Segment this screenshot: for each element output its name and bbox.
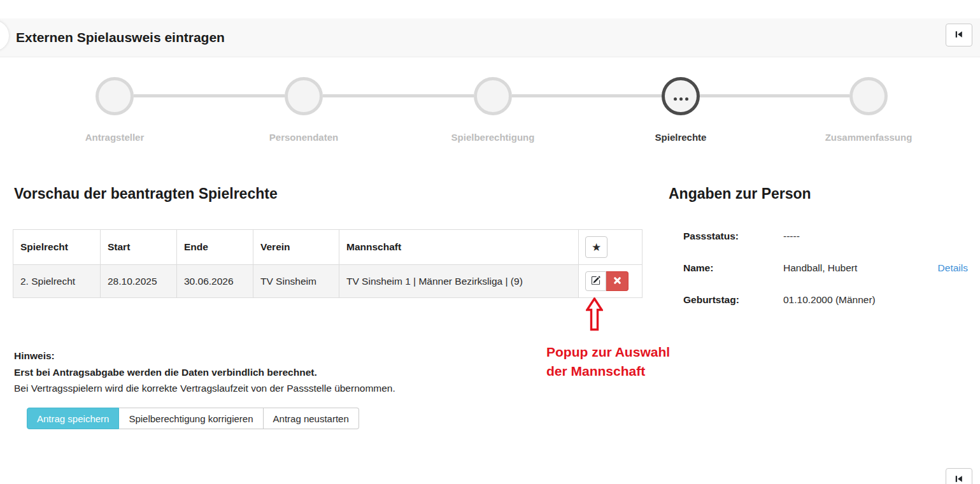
preview-heading: Vorschau der beantragten Spielrechte	[14, 185, 278, 203]
col-verein: Verein	[253, 230, 339, 265]
field-value: 01.10.2000 (Männer)	[783, 294, 876, 306]
stepper-connector	[512, 94, 662, 97]
cell-verein: TV Sinsheim	[253, 265, 339, 298]
step-circle-active	[662, 77, 700, 115]
step-circle	[849, 77, 888, 115]
x-mark-icon	[613, 276, 621, 287]
person-row-name: Name: Handball, Hubert Details	[683, 252, 968, 284]
person-row-passstatus: Passstatus: -----	[683, 220, 968, 252]
ellipsis-icon	[674, 97, 688, 101]
col-start: Start	[101, 230, 177, 265]
stepper-connector	[323, 94, 474, 97]
stepper-connector	[700, 94, 849, 97]
step-circle	[96, 77, 134, 115]
action-button-group: Antrag speichern Spielberechtigung korri…	[27, 408, 359, 429]
spielrechte-table: Spielrecht Start Ende Verein Mannschaft …	[13, 229, 643, 298]
skip-to-start-button[interactable]	[946, 24, 972, 46]
field-label: Name:	[683, 262, 783, 274]
antrag-neustarten-button[interactable]: Antrag neustarten	[264, 408, 359, 429]
col-spielrecht: Spielrecht	[13, 230, 101, 265]
page: Externen Spielausweis eintragen Antragst…	[0, 0, 980, 484]
stepper: Antragsteller Personendaten Spielberecht…	[0, 77, 980, 150]
details-link[interactable]: Details	[938, 262, 968, 274]
edit-mannschaft-button[interactable]	[585, 271, 606, 291]
spielberechtigung-korrigieren-button[interactable]: Spielberechtigung korrigieren	[119, 408, 263, 429]
annotation-text: Popup zur Auswahl der Mannschaft	[546, 343, 670, 381]
skip-to-start-button-bottom[interactable]	[946, 468, 972, 484]
col-mannschaft: Mannschaft	[339, 230, 579, 265]
skip-to-start-icon	[955, 474, 963, 484]
step-circle	[474, 77, 512, 115]
field-value: Handball, Hubert	[783, 262, 857, 274]
col-ende: Ende	[177, 230, 253, 265]
antrag-speichern-button[interactable]: Antrag speichern	[27, 408, 119, 429]
step-label: Personendaten	[227, 132, 380, 143]
table-row: 2. Spielrecht 28.10.2025 30.06.2026 TV S…	[13, 265, 643, 298]
hinweis-title: Hinweis:	[14, 348, 395, 364]
table-header-row: Spielrecht Start Ende Verein Mannschaft …	[13, 230, 643, 265]
stepper-connector	[134, 94, 285, 97]
step-label: Antragsteller	[38, 132, 191, 143]
field-value: -----	[783, 231, 800, 242]
hinweis-block: Hinweis: Erst bei Antragsabgabe werden d…	[14, 348, 395, 397]
annotation-line2: der Mannschaft	[546, 362, 670, 381]
person-row-geburtstag: Geburtstag: 01.10.2000 (Männer)	[683, 284, 968, 316]
skip-to-start-icon	[955, 30, 963, 41]
page-title: Externen Spielausweis eintragen	[16, 18, 225, 57]
person-details: Passstatus: ----- Name: Handball, Hubert…	[683, 220, 968, 316]
cell-spielrecht: 2. Spielrecht	[13, 265, 101, 298]
person-heading: Angaben zur Person	[669, 185, 811, 203]
annotation-arrow-icon	[586, 297, 603, 334]
star-icon: ★	[592, 241, 601, 254]
delete-spielrecht-button[interactable]	[606, 271, 628, 291]
favorite-button[interactable]: ★	[585, 236, 607, 258]
header-bar: Externen Spielausweis eintragen	[0, 18, 980, 57]
header-left-circle	[0, 20, 9, 51]
cell-actions	[579, 265, 643, 298]
hinweis-normal-line: Bei Vertragsspielern wird die korrekte V…	[14, 380, 395, 397]
col-actions: ★	[579, 230, 643, 265]
step-label: Spielberechtigung	[416, 132, 569, 143]
cell-start: 28.10.2025	[101, 265, 177, 298]
annotation-line1: Popup zur Auswahl	[546, 343, 670, 362]
step-label: Spielrechte	[604, 132, 757, 143]
field-label: Passstatus:	[683, 231, 783, 242]
pencil-square-icon	[591, 276, 600, 287]
step-label: Zusammenfassung	[792, 132, 945, 143]
step-circle	[285, 77, 323, 115]
cell-ende: 30.06.2026	[177, 265, 253, 298]
cell-mannschaft: TV Sinsheim 1 | Männer Bezirksliga | (9)	[339, 265, 579, 298]
hinweis-bold-line: Erst bei Antragsabgabe werden die Daten …	[14, 364, 395, 381]
field-label: Geburtstag:	[683, 294, 783, 306]
